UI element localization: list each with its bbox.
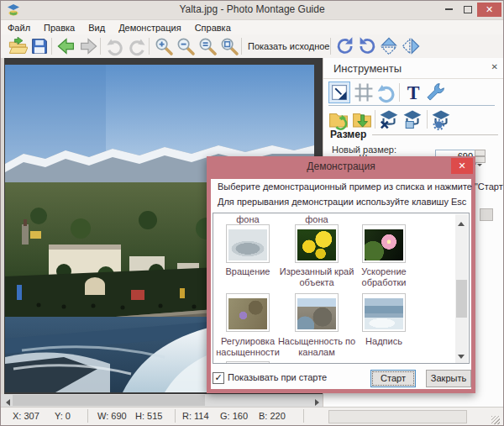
svg-text:T: T [407,82,420,103]
show-original-button[interactable]: Показать исходное [244,39,333,54]
demo-delete-button[interactable] [378,108,400,130]
demo-item-label: Надпись [342,336,426,347]
panel-separator [427,110,428,129]
crop-tool-button[interactable] [353,82,375,103]
resize-grip[interactable] [491,416,500,424]
undo-icon [105,36,125,56]
height-spinner-button[interactable] [480,208,493,221]
text-tool-icon: T [402,82,424,103]
save-button[interactable] [29,36,50,56]
show-at-start-checkbox[interactable]: ✓ [213,372,224,384]
menu-edit[interactable]: Правка [37,23,81,33]
dialog-content: Выберите демонстрационный пример из спис… [211,179,471,389]
forward-button[interactable] [78,36,98,56]
demo-item-caption[interactable] [362,293,406,332]
demo-item-saturation[interactable] [226,293,270,332]
minimize-button[interactable] [440,3,458,17]
horizontal-scroll-thumb[interactable] [13,395,205,406]
scroll-right-button[interactable] [311,394,323,407]
save-object-button[interactable] [351,108,373,130]
forward-arrow-icon [78,36,98,56]
demo-thumb-crocus [228,298,267,329]
undo-tool-icon [375,82,397,103]
menu-bar: Файл Правка Вид Демонстрация Справка [1,19,503,35]
width-spin-up-button[interactable] [475,150,486,156]
down-arrow-icon [458,355,465,362]
show-at-start-label: Показывать при старте [228,372,327,382]
rotate-object-button[interactable] [328,108,349,130]
settings-tool-button[interactable] [424,82,446,103]
width-spin-down-button[interactable] [475,156,486,163]
demo-thumb-lily [365,229,403,260]
demo-thumb-flowers [297,229,336,260]
cutoff-label: фона [223,214,273,224]
dialog-instruction-1: Выберите демонстрационный пример из спис… [218,181,504,192]
rotate-cw-icon [335,36,355,56]
flip-vertical-icon [379,36,399,56]
zoom-out-icon [176,36,196,56]
close-dialog-button[interactable]: Закрыть [426,370,471,387]
vertical-scroll-thumb[interactable] [456,280,467,318]
demo-item-partial[interactable] [226,361,270,364]
maximize-icon [464,6,472,13]
close-button[interactable]: ✕ [477,3,501,17]
maximize-button[interactable] [459,3,476,17]
zoom-in-button[interactable] [154,36,174,56]
scroll-up-button[interactable] [455,214,468,227]
demo-list[interactable]: фона фона Вращение Изрезанный край объек… [213,213,470,364]
flip-horizontal-button[interactable] [401,36,421,56]
status-h: H: 515 [135,411,162,421]
size-section-heading: Размер [330,129,366,140]
zoom-fit-button[interactable] [219,36,239,56]
rotate-ccw-button[interactable] [357,36,377,56]
demo-list-scrollbar[interactable] [455,214,468,363]
demo-process-button[interactable] [430,108,452,130]
demo-item-cutout-edge[interactable] [295,224,339,263]
status-x: X: 307 [13,411,39,421]
status-separator [175,409,176,423]
scroll-down-button[interactable] [455,350,468,363]
undo-tool-button[interactable] [375,82,397,103]
demo-fill-button[interactable] [402,108,423,130]
width-spinner [475,150,486,164]
menu-view[interactable]: Вид [81,23,112,33]
window-title: Yalta.jpg - Photo Montage Guide [1,3,503,15]
crop-tool-icon [353,82,375,103]
demo-item-channels[interactable] [295,293,339,332]
open-button[interactable] [8,36,28,56]
canvas-edge [1,58,4,394]
horizontal-scrollbar[interactable] [1,394,323,407]
zoom-actual-button[interactable] [197,36,218,56]
text-tool-button[interactable]: T [402,82,424,103]
status-separator [87,409,88,423]
menu-demonstration[interactable]: Демонстрация [112,23,188,33]
zoom-fit-icon [219,36,239,56]
zoom-actual-icon [197,36,218,56]
tools-panel-close-button[interactable]: ✕ [491,62,498,71]
menu-help[interactable]: Справка [188,23,238,33]
demonstration-dialog: Демонстрация ✕ Выберите демонстрационный… [207,156,475,393]
back-button[interactable] [56,36,76,56]
up-arrow-icon [458,218,465,226]
demo-thumb-plate [228,229,267,260]
rotate-cw-button[interactable] [335,36,355,56]
demo-item-acceleration[interactable] [362,224,406,263]
demo-item-rotation[interactable] [226,224,270,263]
redo-icon [127,36,147,56]
status-bar: X: 307 Y: 0 W: 690 H: 515 R: 114 G: 160 … [1,407,503,426]
panel-separator [375,110,375,129]
cutoff-label: фона [291,214,342,224]
redo-button[interactable] [127,36,147,56]
status-separator [303,409,304,423]
dialog-close-button[interactable]: ✕ [451,158,473,174]
undo-button[interactable] [105,36,125,56]
resize-tool-button[interactable] [328,82,350,103]
minimize-icon [445,8,453,10]
zoom-out-button[interactable] [176,36,196,56]
flip-vertical-button[interactable] [379,36,399,56]
title-bar[interactable]: Yalta.jpg - Photo Montage Guide ✕ [1,1,503,19]
scroll-left-button[interactable] [1,394,13,407]
status-g: G: 160 [220,411,248,421]
start-button[interactable]: Старт [370,370,416,387]
menu-file[interactable]: Файл [1,23,37,33]
